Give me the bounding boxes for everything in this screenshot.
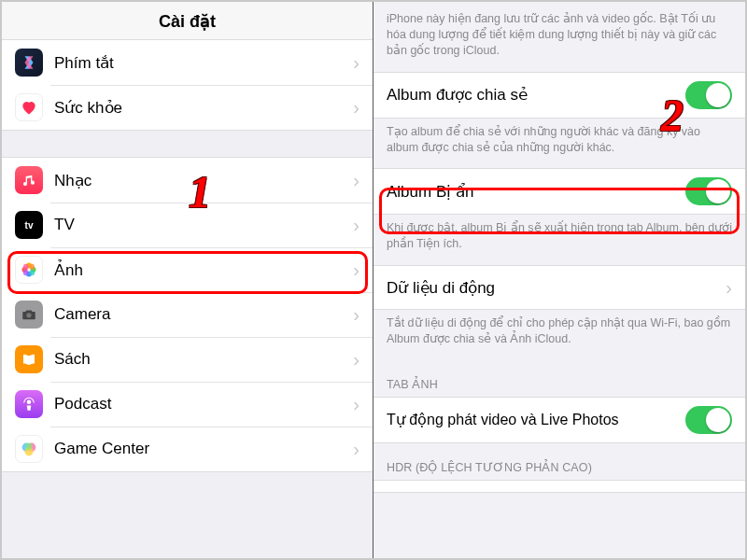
settings-row-books[interactable]: Sách › (2, 337, 373, 382)
toggle-row-shared-albums[interactable]: Album được chia sẻ (374, 73, 745, 118)
camera-icon (15, 301, 43, 329)
photos-icon (15, 256, 43, 284)
settings-row-shortcuts[interactable]: Phím tắt › (2, 40, 373, 85)
row-label: Game Center (54, 440, 353, 458)
toggle-row-hidden-album[interactable]: Album Bị ẩn (374, 169, 745, 214)
row-label: Album được chia sẻ (387, 85, 685, 105)
health-icon (15, 93, 43, 121)
settings-row-camera[interactable]: Camera › (2, 292, 373, 337)
music-icon (15, 166, 43, 194)
chevron-right-icon: › (353, 395, 359, 413)
books-icon (15, 345, 43, 373)
section-header-tab-photos: TAB ẢNH (374, 360, 745, 397)
chevron-right-icon: › (726, 278, 732, 297)
toggle-row-autoplay[interactable]: Tự động phát video và Live Photos (374, 398, 745, 442)
settings-row-tv[interactable]: tv TV › (2, 203, 373, 247)
svg-point-9 (27, 400, 32, 405)
svg-point-6 (23, 270, 29, 275)
hidden-album-note: Khi được bật, album Bị ẩn sẽ xuất hiện t… (374, 215, 745, 265)
tv-icon: tv (15, 211, 43, 239)
settings-row-gamecenter[interactable]: Game Center › (2, 427, 373, 471)
toggle-autoplay[interactable] (685, 406, 732, 434)
shortcuts-icon (15, 49, 43, 77)
svg-point-5 (29, 270, 35, 275)
settings-row-podcast[interactable]: Podcast › (2, 382, 373, 427)
svg-point-13 (25, 443, 32, 450)
chevron-right-icon: › (353, 98, 359, 117)
settings-row-cellular[interactable]: Dữ liệu di động › (374, 266, 745, 309)
row-label: Podcast (54, 395, 353, 413)
cellular-note: Tắt dữ liệu di động để chỉ cho phép cập … (374, 310, 745, 360)
row-label: Sách (54, 350, 353, 369)
row-label: Nhạc (54, 171, 353, 190)
row-label: Tự động phát video và Live Photos (387, 411, 685, 428)
section-header-hdr: HDR (ĐỘ LỆCH TƯƠNG PHẢN CAO) (374, 443, 745, 480)
podcast-icon (15, 390, 43, 418)
page-title: Cài đặt (2, 2, 373, 39)
row-label: Sức khỏe (54, 98, 353, 118)
toggle-hidden-album[interactable] (685, 177, 732, 205)
chevron-right-icon: › (353, 260, 359, 279)
chevron-right-icon: › (353, 305, 359, 324)
row-label: Camera (54, 305, 353, 324)
toggle-shared-albums[interactable] (685, 81, 732, 109)
row-label: Phím tắt (54, 53, 353, 73)
chevron-right-icon: › (353, 440, 359, 458)
chevron-right-icon: › (353, 350, 359, 369)
row-label: Ảnh (54, 260, 353, 280)
shared-albums-note: Tạo album để chia sẻ với những người khá… (374, 119, 745, 169)
chevron-right-icon: › (353, 216, 359, 234)
optimize-storage-note: iPhone này hiện đang lưu trữ các ảnh và … (374, 2, 745, 72)
row-label: Album Bị ẩn (387, 182, 685, 202)
settings-row-photos[interactable]: Ảnh › (2, 247, 373, 292)
chevron-right-icon: › (353, 53, 359, 72)
svg-point-8 (26, 313, 31, 317)
svg-point-7 (23, 264, 29, 270)
gamecenter-icon (15, 435, 43, 463)
row-label: Dữ liệu di động (387, 278, 726, 298)
svg-point-4 (29, 264, 35, 270)
settings-row-music[interactable]: Nhạc › (2, 158, 373, 203)
row-label: TV (54, 216, 353, 234)
settings-row-health[interactable]: Sức khỏe › (2, 85, 373, 130)
chevron-right-icon: › (353, 171, 359, 189)
